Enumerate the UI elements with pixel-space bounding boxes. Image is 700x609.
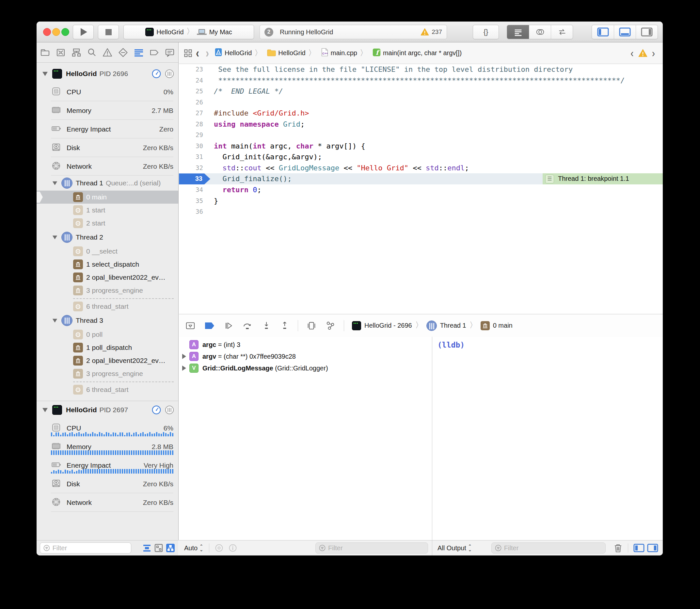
process-row[interactable]: HelloGridPID 2696 (37, 65, 178, 83)
console-view[interactable]: (lldb) (432, 337, 663, 540)
thread-row[interactable]: Thread 3 (37, 313, 178, 328)
variables-filter-input[interactable] (328, 544, 424, 552)
next-issue-button[interactable]: › (652, 47, 655, 59)
assistant-editor-button[interactable] (529, 25, 551, 39)
debug-thread-crumb[interactable]: Thread 1 (440, 322, 466, 329)
console-scope-selector[interactable]: All Output ⌃⌄ (438, 544, 472, 552)
stack-frame-row[interactable]: ⚙6 thread_start (37, 383, 178, 396)
gauge-row-disk[interactable]: DiskZero KB/s (37, 138, 178, 157)
warning-icon[interactable] (421, 28, 429, 36)
step-into-button[interactable] (262, 321, 271, 331)
navigator-filter-input[interactable] (53, 544, 127, 552)
disclosure-triangle-icon[interactable] (53, 181, 57, 185)
report-navigator-tab[interactable] (165, 47, 175, 58)
code-line[interactable]: 34 return 0; (179, 185, 663, 195)
code-snippets-button[interactable]: {} (473, 25, 499, 39)
debug-process-crumb[interactable]: HelloGrid - 2696 (364, 322, 412, 329)
variables-filter-field[interactable] (315, 542, 428, 554)
hide-debug-area-button[interactable] (185, 321, 195, 331)
toggle-navigator-button[interactable] (592, 25, 614, 39)
thread-list-icon[interactable]: ☰ (545, 175, 554, 184)
related-items-icon[interactable] (184, 49, 193, 58)
thread-row[interactable]: Thread 1Queue:...d (serial) (37, 176, 178, 191)
disclosure-triangle-icon[interactable] (42, 408, 48, 412)
console-filter-field[interactable] (491, 542, 605, 554)
code-line[interactable]: 29 (179, 129, 663, 141)
debug-navigator-tab[interactable] (134, 47, 144, 58)
quicklook-eye-button[interactable] (215, 543, 224, 553)
stack-frame-row[interactable]: ⚙0 poll (37, 328, 178, 341)
debug-view-hierarchy-button[interactable] (307, 321, 317, 331)
disclosure-triangle-icon[interactable] (53, 235, 57, 239)
breakpoints-enabled-button[interactable] (204, 322, 215, 330)
code-line[interactable]: 25/* END LEGAL */ (179, 86, 663, 97)
disclosure-triangle-icon[interactable] (42, 72, 48, 76)
gauge-row-disk[interactable]: DiskZero KB/s (37, 474, 178, 493)
step-over-button[interactable] (242, 321, 253, 331)
go-back-button[interactable]: ‹ (196, 46, 199, 60)
stack-frame-row[interactable]: 1 select_dispatch (37, 258, 178, 271)
code-line[interactable]: 32 std::cout << GridLogMessage << "Hello… (179, 162, 663, 174)
view-by-thread-button[interactable] (154, 543, 164, 553)
issue-warning-icon[interactable] (638, 49, 647, 57)
gauge-row-cpu[interactable]: CPU0% (37, 83, 178, 101)
stack-frame-row[interactable]: ⚙6 thread_start (37, 300, 178, 313)
debug-frame-crumb[interactable]: 0 main (493, 322, 513, 329)
test-navigator-tab[interactable] (118, 47, 128, 58)
breakpoint-code-line[interactable]: 33☰Thread 1: breakpoint 1.1 Grid_finaliz… (179, 173, 663, 185)
standard-editor-button[interactable] (507, 25, 529, 39)
show-variables-view-button[interactable] (633, 543, 645, 553)
issue-navigator-tab[interactable] (102, 47, 113, 58)
zoom-window-button[interactable] (62, 28, 69, 36)
gauge-row-network[interactable]: NetworkZero KB/s (37, 157, 178, 176)
toggle-debug-area-button[interactable] (614, 25, 636, 39)
breakpoint-navigator-tab[interactable] (149, 47, 159, 58)
variables-scope-selector[interactable]: Auto ⌃⌄ (184, 544, 203, 552)
jump-bar-crumb[interactable]: main(int argc, char * argv[]) (383, 49, 462, 57)
code-line[interactable]: 35} (179, 195, 663, 207)
variables-view[interactable]: Aargc = (int) 3Aargv = (char **) 0x7ffee… (179, 337, 432, 540)
code-line[interactable]: 23 See the full license in the file "LIC… (179, 64, 663, 75)
clear-console-button[interactable] (614, 543, 622, 553)
gauge-icon[interactable] (152, 69, 161, 79)
stack-frame-row[interactable]: 3 progress_engine (37, 284, 178, 297)
variable-row[interactable]: Aargv = (char **) 0x7ffee9039c28 (179, 350, 432, 362)
version-editor-button[interactable] (551, 25, 573, 39)
breakpoint-annotation[interactable]: ☰Thread 1: breakpoint 1.1 (543, 173, 663, 185)
previous-issue-button[interactable]: ‹ (630, 47, 633, 59)
stack-frame-row[interactable]: ⚙1 start (37, 204, 178, 217)
process-row[interactable]: HelloGridPID 2697 (37, 401, 178, 419)
stack-frame-row[interactable]: 2 opal_libevent2022_ev… (37, 271, 178, 284)
gauge-row-memory[interactable]: Memory2.8 MB (37, 437, 178, 456)
continue-button[interactable] (224, 321, 233, 330)
toggle-inspector-button[interactable] (636, 25, 658, 39)
stack-frame-row[interactable]: 3 progress_engine (37, 367, 178, 380)
stack-frame-row[interactable]: 2 opal_libevent2022_ev… (37, 354, 178, 367)
disclosure-triangle-icon[interactable] (182, 354, 186, 359)
threads-icon[interactable] (165, 69, 174, 79)
scheme-selector[interactable]: HelloGrid 〉 My Mac (123, 25, 254, 39)
gauge-row-energy-impact[interactable]: Energy ImpactVery High (37, 456, 178, 474)
minimize-window-button[interactable] (52, 28, 60, 36)
disclosure-triangle-icon[interactable] (182, 366, 186, 371)
gauge-icon[interactable] (152, 405, 161, 415)
stack-frame-row[interactable]: ⚙0 __select (37, 245, 178, 258)
debug-memory-graph-button[interactable] (325, 321, 335, 331)
code-line[interactable]: 28using namespace Grid; (179, 119, 663, 130)
gauge-row-cpu[interactable]: CPU6% (37, 419, 178, 437)
stack-frame-row[interactable]: ⚙2 start (37, 217, 178, 230)
gauge-row-energy-impact[interactable]: Energy ImpactZero (37, 120, 178, 138)
variable-row[interactable]: Aargc = (int) 3 (179, 339, 432, 350)
code-line[interactable]: 24 *************************************… (179, 75, 663, 86)
view-by-queue-button[interactable] (166, 543, 175, 553)
code-line[interactable]: 26 (179, 97, 663, 108)
code-line[interactable]: 36 (179, 206, 663, 218)
variable-row[interactable]: VGrid::GridLogMessage (Grid::GridLogger) (179, 362, 432, 374)
gauge-row-network[interactable]: NetworkZero KB/s (37, 493, 178, 512)
project-navigator-tab[interactable] (40, 47, 50, 58)
jump-bar-crumb[interactable]: HelloGrid (278, 49, 305, 57)
activity-viewer[interactable]: 2 Running HelloGrid 237 (259, 25, 447, 39)
disclosure-triangle-icon[interactable] (53, 318, 57, 323)
source-control-navigator-tab[interactable] (55, 47, 66, 58)
thread-row[interactable]: Thread 2 (37, 230, 178, 245)
